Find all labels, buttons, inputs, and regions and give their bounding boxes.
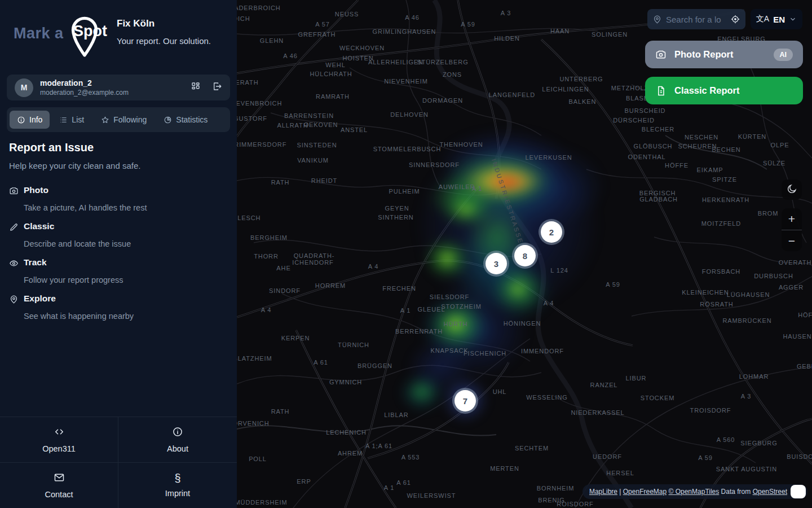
attribution-link[interactable]: MapLibre: [589, 488, 617, 496]
attribution-link[interactable]: OpenFreeMap: [623, 488, 667, 496]
mail-icon: [54, 472, 65, 485]
map-place-label: OLPE: [771, 142, 789, 148]
map-place-label: ODENTHAL: [628, 154, 665, 160]
map-place-label: HAAN: [550, 28, 570, 34]
map-place-label: A 59: [698, 454, 713, 461]
map-place-label: ALLERHEILIGEN: [368, 59, 423, 65]
cluster-marker-8[interactable]: 8: [514, 245, 536, 266]
photo-report-button[interactable]: Photo Report AI: [645, 41, 803, 68]
cluster-marker-7[interactable]: 7: [454, 390, 476, 411]
avatar: M: [15, 78, 33, 97]
map-place-label: HÜLCHRATH: [310, 71, 352, 77]
feature-title: Track: [24, 257, 223, 270]
tab-list[interactable]: List: [52, 111, 91, 129]
map-place-label: ERATH: [237, 79, 258, 86]
map-place-label: HERSEL: [606, 470, 634, 476]
map-place-label: BORNHEIM: [537, 485, 574, 492]
map-place-label: POLL: [249, 456, 267, 462]
map-place-label: SÜLZE: [763, 160, 785, 167]
feature-explore[interactable]: ExploreSee what is happening nearby: [9, 294, 223, 321]
map-place-label: NEUSS: [335, 11, 359, 17]
map-place-label: A 57: [315, 21, 330, 28]
map-place-label: FRECHEN: [382, 285, 416, 292]
zoom-out-button[interactable]: −: [782, 230, 802, 251]
map-place-label: A 1;A 61: [365, 443, 392, 449]
tab-label: List: [72, 115, 84, 124]
map-place-label: A 4: [368, 263, 379, 270]
map-place-label: HILDEN: [494, 35, 520, 42]
map-place-label: BLATZHEIM: [237, 355, 272, 362]
language-selector[interactable]: 文A EN: [751, 9, 802, 29]
feature-description: Take a picture, AI handles the rest: [24, 203, 223, 212]
map-place-label: SIEGBURG: [740, 440, 777, 446]
camera-icon: [655, 49, 667, 60]
map-place-label: HORREM: [315, 282, 346, 289]
map-place-label: WEHL: [325, 62, 345, 68]
map-place-label: SINDORF: [269, 287, 301, 294]
map-place-label: KERPEN: [281, 335, 310, 341]
pie-chart-icon: [164, 116, 172, 124]
dashboard-icon[interactable]: [191, 81, 201, 94]
cluster-marker-2[interactable]: 2: [541, 221, 562, 243]
locate-me-icon[interactable]: [730, 14, 740, 24]
map-place-label: GREFRATH: [298, 31, 336, 38]
map-place-label: BERRENRATH: [395, 328, 443, 335]
map-place-label: HÖNINGEN: [504, 320, 541, 327]
map-place-label: VANIKUM: [297, 157, 329, 164]
cluster-marker-3[interactable]: 3: [486, 253, 507, 274]
search-input[interactable]: [666, 15, 726, 24]
camera-icon: [9, 186, 23, 198]
zoom-in-button[interactable]: +: [782, 208, 802, 230]
map-place-label: A 4: [544, 300, 554, 306]
site-tagline: Your report. Our solution.: [117, 36, 211, 46]
map-place-label: KNAPSACK: [430, 347, 468, 354]
footer-link-about[interactable]: About: [118, 417, 237, 463]
map-place-label: A 1: [400, 307, 411, 314]
map-place-label: SIELSDORF: [430, 294, 469, 300]
tab-statistics[interactable]: Statistics: [156, 111, 215, 129]
map-place-label: UHL: [493, 388, 507, 395]
feature-classic[interactable]: ClassicDescribe and locate the issue: [9, 221, 223, 248]
map-place-label: GLEUEL: [418, 306, 445, 313]
map-place-label: LIBLAR: [384, 411, 408, 418]
map-place-label: IMMENDORF: [521, 348, 564, 354]
map-place-label: MERTEN: [490, 465, 519, 472]
report-section: Report an Issue Help keep your city clea…: [9, 141, 223, 321]
map-place-label: BUISDO: [787, 453, 812, 460]
map-canvas[interactable]: RADERBROICHOICHNEUSSA 46A 3A 59A 57GRIML…: [237, 0, 812, 508]
map-place-label: ICHENDORF: [292, 259, 334, 266]
site-title: Fix Köln: [117, 18, 211, 29]
map-place-label: OVERATH: [779, 259, 812, 266]
map-attribution: MapLibre | OpenFreeMap © OpenMapTiles Da…: [582, 484, 807, 499]
feature-photo[interactable]: PhotoTake a picture, AI handles the rest: [9, 185, 223, 212]
map-place-label: DÜRSCHEID: [613, 117, 655, 124]
map-place-label: BURSCHEID: [625, 107, 666, 114]
map-place-label: A 560: [717, 436, 735, 443]
map-place-label: A 61: [396, 479, 411, 486]
logout-icon[interactable]: [212, 81, 222, 94]
footer-link-contact[interactable]: Contact: [0, 463, 118, 508]
location-pin-icon: [652, 15, 662, 24]
tab-following[interactable]: Following: [94, 111, 154, 129]
map-place-label: RADERBROICH: [237, 5, 281, 11]
map-place-label: THENHOVEN: [439, 141, 483, 148]
dark-mode-toggle[interactable]: [782, 179, 802, 200]
map-place-label: KÜRTEN: [738, 133, 766, 140]
tab-info[interactable]: Info: [10, 111, 50, 129]
map-place-label: A 1: [384, 484, 395, 491]
feature-title: Photo: [24, 185, 223, 198]
footer-link-open311[interactable]: Open311: [0, 417, 118, 463]
attribution-link[interactable]: © OpenMapTiles: [669, 488, 720, 496]
map-pin-icon: [9, 295, 23, 306]
feature-track[interactable]: TrackFollow your report progress: [9, 257, 223, 284]
footer-link-label: Open311: [42, 444, 76, 453]
classic-report-button[interactable]: Classic Report: [645, 77, 803, 104]
map-place-label: LECHENICH: [326, 429, 367, 436]
feature-description: Describe and locate the issue: [24, 239, 223, 248]
attribution-link[interactable]: OpenStreet: [753, 488, 787, 496]
map-place-label: FRIMMERSDORF: [237, 141, 286, 148]
footer-link-imprint[interactable]: §Imprint: [118, 463, 237, 508]
map-place-label: SINNERSDORF: [409, 161, 460, 168]
map-place-label: HÖFFE: [665, 162, 689, 169]
attribution-toggle-button[interactable]: [791, 485, 806, 498]
